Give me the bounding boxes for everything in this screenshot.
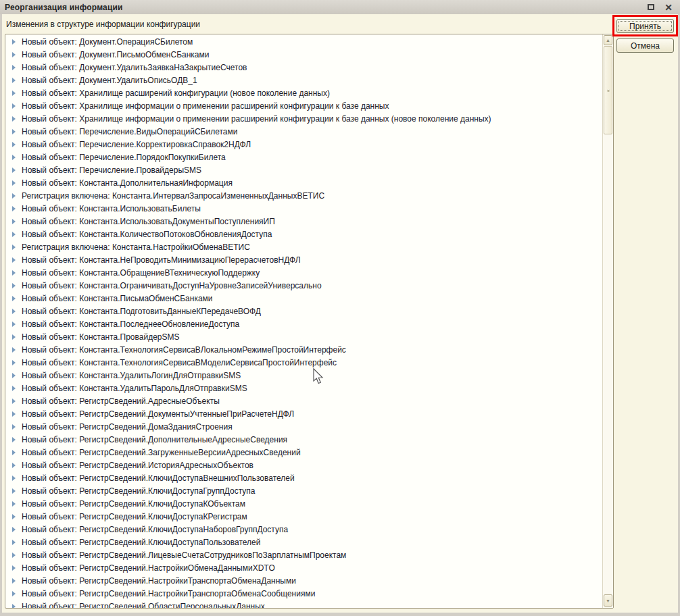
list-item[interactable]: Новый объект: Константа.ТехнологияСервис…	[5, 343, 602, 356]
expand-arrow-icon[interactable]	[12, 463, 16, 468]
list-item[interactable]: Новый объект: РегистрСведений.КлючиДосту…	[5, 536, 602, 548]
expand-arrow-icon[interactable]	[12, 65, 16, 70]
expand-arrow-icon[interactable]	[12, 103, 16, 109]
expand-arrow-icon[interactable]	[12, 296, 16, 301]
scroll-up-button[interactable]: ▲	[604, 35, 612, 45]
expand-arrow-icon[interactable]	[12, 283, 16, 288]
expand-arrow-icon[interactable]	[12, 604, 16, 609]
title-bar[interactable]: Реорганизация информации ✕	[0, 0, 680, 14]
list-item[interactable]: Новый объект: Перечисление.ПорядокПокупк…	[5, 151, 602, 163]
expand-arrow-icon[interactable]	[12, 245, 16, 250]
expand-arrow-icon[interactable]	[12, 347, 16, 353]
list-item[interactable]: Новый объект: Документ.ПисьмоОбменСБанка…	[5, 48, 602, 61]
list-item[interactable]: Новый объект: Константа.ОграничиватьДост…	[5, 279, 602, 292]
expand-arrow-icon[interactable]	[12, 206, 16, 211]
expand-arrow-icon[interactable]	[12, 360, 16, 365]
list-item[interactable]: Регистрация включена: Константа.Интервал…	[5, 189, 602, 202]
list-item[interactable]: Новый объект: РегистрСведений.ДокументыУ…	[5, 407, 602, 420]
list-item[interactable]: Новый объект: РегистрСведений.НастройкиТ…	[5, 574, 602, 587]
list-item[interactable]: Новый объект: Константа.КоличествоПотоко…	[5, 228, 602, 240]
list-item[interactable]: Новый объект: Хранилище информации о при…	[5, 112, 602, 125]
expand-arrow-icon[interactable]	[12, 411, 16, 417]
expand-arrow-icon[interactable]	[12, 116, 16, 122]
expand-arrow-icon[interactable]	[12, 91, 16, 96]
list-item[interactable]: Новый объект: РегистрСведений.КлючиДосту…	[5, 497, 602, 510]
list-item[interactable]: Регистрация включена: Константа.Настройк…	[5, 240, 602, 253]
list-item[interactable]: Новый объект: РегистрСведений.ОбластиПер…	[5, 600, 602, 609]
expand-arrow-icon[interactable]	[12, 219, 16, 224]
expand-arrow-icon[interactable]	[12, 373, 16, 378]
list-item[interactable]: Новый объект: Константа.УдалитьПарольДля…	[5, 382, 602, 394]
list-item[interactable]: Новый объект: РегистрСведений.КлючиДосту…	[5, 471, 602, 484]
expand-arrow-icon[interactable]	[12, 591, 16, 596]
expand-arrow-icon[interactable]	[12, 270, 16, 276]
expand-arrow-icon[interactable]	[12, 257, 16, 263]
expand-arrow-icon[interactable]	[12, 168, 16, 173]
expand-arrow-icon[interactable]	[12, 450, 16, 455]
scroll-down-button[interactable]: ▼	[604, 594, 612, 607]
list-item[interactable]: Новый объект: РегистрСведений.ЛицевыеСче…	[5, 548, 602, 561]
changes-listbox[interactable]: Новый объект: Документ.ОперацияСБилетомН…	[5, 34, 614, 609]
expand-arrow-icon[interactable]	[12, 52, 16, 57]
list-item[interactable]: Новый объект: РегистрСведений.АдресныеОб…	[5, 394, 602, 407]
expand-arrow-icon[interactable]	[12, 565, 16, 571]
expand-arrow-icon[interactable]	[12, 129, 16, 134]
list-item[interactable]: Новый объект: Константа.ПодготовитьДанны…	[5, 305, 602, 317]
list-item[interactable]: Новый объект: Документ.УдалитьОписьОДВ_1	[5, 74, 602, 86]
close-button[interactable]: ✕	[663, 2, 674, 13]
list-item[interactable]: Новый объект: Документ.УдалитьЗаявкаНаЗа…	[5, 61, 602, 74]
expand-arrow-icon[interactable]	[12, 232, 16, 237]
list-item[interactable]: Новый объект: РегистрСведений.НастройкиО…	[5, 561, 602, 574]
expand-arrow-icon[interactable]	[12, 78, 16, 83]
expand-arrow-icon[interactable]	[12, 155, 16, 160]
list-item[interactable]: Новый объект: Константа.ПровайдерSMS	[5, 330, 602, 343]
list-item[interactable]: Новый объект: Хранилище информации о при…	[5, 99, 602, 112]
list-item[interactable]: Новый объект: РегистрСведений.КлючиДосту…	[5, 510, 602, 523]
expand-arrow-icon[interactable]	[12, 386, 16, 391]
list-item[interactable]: Новый объект: Константа.ТехнологияСервис…	[5, 356, 602, 369]
maximize-button[interactable]	[646, 2, 656, 13]
expand-arrow-icon[interactable]	[12, 501, 16, 507]
list-item[interactable]: Новый объект: Константа.УдалитьЛогинДляО…	[5, 369, 602, 382]
accept-button[interactable]: Принять	[616, 19, 674, 33]
expand-arrow-icon[interactable]	[12, 540, 16, 545]
expand-arrow-icon[interactable]	[12, 39, 16, 45]
list-item[interactable]: Новый объект: РегистрСведений.КлючиДосту…	[5, 484, 602, 497]
expand-arrow-icon[interactable]	[12, 553, 16, 558]
expand-arrow-icon[interactable]	[12, 527, 16, 532]
list-item[interactable]: Новый объект: РегистрСведений.Загруженны…	[5, 446, 602, 459]
expand-arrow-icon[interactable]	[12, 514, 16, 519]
list-item[interactable]: Новый объект: РегистрСведений.НастройкиТ…	[5, 587, 602, 600]
list-item[interactable]: Новый объект: Константа.ИспользоватьДоку…	[5, 215, 602, 228]
list-item[interactable]: Новый объект: Хранилище расширений конфи…	[5, 86, 602, 99]
list-item[interactable]: Новый объект: Константа.ПисьмаОбменСБанк…	[5, 292, 602, 305]
list-item[interactable]: Новый объект: РегистрСведений.КлючиДосту…	[5, 523, 602, 536]
expand-arrow-icon[interactable]	[12, 322, 16, 327]
list-item[interactable]: Новый объект: Перечисление.ПровайдерыSMS	[5, 163, 602, 176]
expand-arrow-icon[interactable]	[12, 578, 16, 584]
list-item[interactable]: Новый объект: Константа.НеПроводитьМиним…	[5, 253, 602, 266]
vertical-scrollbar[interactable]: ▲ ▼	[602, 34, 613, 608]
expand-arrow-icon[interactable]	[12, 437, 16, 442]
list-item[interactable]: Новый объект: Перечисление.ВидыОперацийС…	[5, 125, 602, 138]
expand-arrow-icon[interactable]	[12, 476, 16, 481]
list-item[interactable]: Новый объект: Перечисление.Корректировка…	[5, 138, 602, 151]
expand-arrow-icon[interactable]	[12, 193, 16, 199]
list-item[interactable]: Новый объект: Документ.ОперацияСБилетом	[5, 35, 602, 48]
list-item[interactable]: Новый объект: Константа.ОбращениеВТехнич…	[5, 266, 602, 279]
list-item[interactable]: Новый объект: РегистрСведений.ДомаЗдания…	[5, 420, 602, 433]
expand-arrow-icon[interactable]	[12, 424, 16, 430]
expand-arrow-icon[interactable]	[12, 334, 16, 340]
list-item[interactable]: Новый объект: РегистрСведений.ИсторияАдр…	[5, 459, 602, 471]
expand-arrow-icon[interactable]	[12, 142, 16, 147]
cancel-button[interactable]: Отмена	[616, 38, 674, 53]
expand-arrow-icon[interactable]	[12, 399, 16, 404]
list-item[interactable]: Новый объект: РегистрСведений.Дополнител…	[5, 433, 602, 446]
list-item[interactable]: Новый объект: Константа.ПоследнееОбновле…	[5, 317, 602, 330]
list-item[interactable]: Новый объект: Константа.ИспользоватьБиле…	[5, 202, 602, 215]
list-item[interactable]: Новый объект: Константа.ДополнительнаяИн…	[5, 176, 602, 189]
scrollbar-thumb[interactable]	[604, 46, 612, 134]
expand-arrow-icon[interactable]	[12, 180, 16, 186]
expand-arrow-icon[interactable]	[12, 309, 16, 314]
expand-arrow-icon[interactable]	[12, 488, 16, 494]
